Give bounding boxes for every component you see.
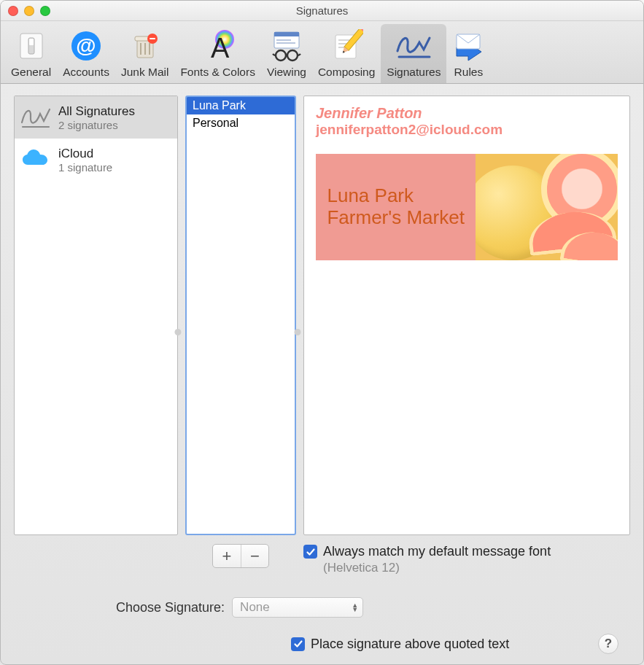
- signature-item-personal[interactable]: Personal: [187, 114, 295, 132]
- match-font-row: Always match my default message font: [303, 544, 630, 559]
- column-resize-handle[interactable]: [175, 329, 182, 335]
- remove-signature-button[interactable]: −: [241, 545, 268, 567]
- switch-icon: [12, 27, 50, 65]
- icloud-icon: [19, 143, 53, 176]
- glasses-icon: [268, 27, 306, 65]
- svg-text:@: @: [76, 34, 96, 57]
- tab-signatures[interactable]: Signatures: [381, 24, 446, 83]
- minimize-window-button[interactable]: [24, 6, 34, 16]
- svg-text:A: A: [211, 33, 230, 63]
- account-all-signatures[interactable]: All Signatures 2 signatures: [15, 96, 177, 139]
- account-subtitle: 2 signatures: [58, 119, 135, 131]
- svg-rect-2: [29, 39, 34, 45]
- choose-signature-label: Choose Signature:: [116, 600, 225, 615]
- signature-preview[interactable]: Jennifer Patton jenniferpatton2@icloud.c…: [303, 96, 630, 535]
- svg-rect-16: [276, 39, 291, 41]
- tab-accounts[interactable]: @ Accounts: [57, 24, 115, 83]
- add-remove-buttons: + −: [212, 544, 269, 568]
- account-title: iCloud: [58, 147, 112, 161]
- signature-scribble-icon: [19, 101, 53, 134]
- svg-rect-17: [276, 42, 295, 44]
- signatures-list: Luna Park Personal: [185, 96, 296, 535]
- svg-rect-15: [274, 32, 299, 36]
- svg-rect-11: [150, 38, 155, 39]
- signature-icon: [395, 27, 432, 65]
- signature-banner: Luna Park Farmer's Market: [316, 154, 618, 260]
- svg-point-18: [276, 50, 286, 61]
- close-window-button[interactable]: [8, 6, 18, 16]
- tab-viewing[interactable]: Viewing: [261, 24, 312, 83]
- place-above-row: Place signature above quoted text: [291, 637, 509, 652]
- account-subtitle: 1 signature: [58, 161, 112, 174]
- rules-icon: [452, 27, 484, 65]
- banner-image: [476, 154, 618, 260]
- preferences-window: Signatures General @ Accounts Junk Mail: [0, 0, 644, 665]
- place-above-label: Place signature above quoted text: [311, 637, 509, 652]
- help-button[interactable]: ?: [598, 634, 618, 654]
- accounts-column: All Signatures 2 signatures iCloud 1 sig…: [14, 96, 178, 535]
- fonts-colors-icon: A: [199, 27, 237, 65]
- match-font-checkbox[interactable]: [303, 545, 317, 559]
- trash-icon: [126, 27, 164, 65]
- svg-point-19: [287, 50, 298, 61]
- below-panes: + − Always match my default message font…: [14, 544, 630, 575]
- footer2: Place signature above quoted text ?: [14, 626, 630, 654]
- account-icloud[interactable]: iCloud 1 signature: [15, 139, 177, 181]
- add-signature-button[interactable]: +: [213, 545, 241, 567]
- tab-composing[interactable]: Composing: [312, 24, 381, 83]
- preferences-toolbar: General @ Accounts Junk Mail A Fonts & C…: [1, 21, 643, 84]
- choose-signature-value: None: [240, 600, 270, 615]
- match-font-detail: (Helvetica 12): [323, 561, 630, 575]
- place-above-checkbox[interactable]: [291, 637, 305, 651]
- banner-text: Luna Park Farmer's Market: [327, 185, 464, 229]
- at-icon: @: [67, 27, 105, 65]
- signature-display-name: Jennifer Patton: [316, 105, 618, 122]
- choose-signature-row: Choose Signature: None ▲▼: [14, 584, 630, 618]
- pencil-paper-icon: [327, 27, 365, 65]
- window-title: Signatures: [296, 4, 349, 17]
- tab-rules[interactable]: Rules: [446, 24, 490, 83]
- tab-fonts-colors[interactable]: A Fonts & Colors: [174, 24, 261, 83]
- signature-email: jenniferpatton2@icloud.com: [316, 122, 618, 138]
- content: All Signatures 2 signatures iCloud 1 sig…: [1, 84, 643, 664]
- window-controls: [8, 6, 50, 16]
- select-stepper-icon: ▲▼: [352, 603, 358, 612]
- column-resize-handle[interactable]: [295, 329, 301, 335]
- zoom-window-button[interactable]: [40, 6, 50, 16]
- panes: All Signatures 2 signatures iCloud 1 sig…: [14, 96, 630, 535]
- match-font-label: Always match my default message font: [323, 544, 551, 559]
- tab-general[interactable]: General: [5, 24, 57, 83]
- signature-item-luna-park[interactable]: Luna Park: [187, 97, 295, 114]
- account-title: All Signatures: [58, 104, 135, 119]
- titlebar: Signatures: [1, 1, 643, 21]
- choose-signature-select[interactable]: None ▲▼: [232, 597, 363, 618]
- tab-junk-mail[interactable]: Junk Mail: [115, 24, 174, 83]
